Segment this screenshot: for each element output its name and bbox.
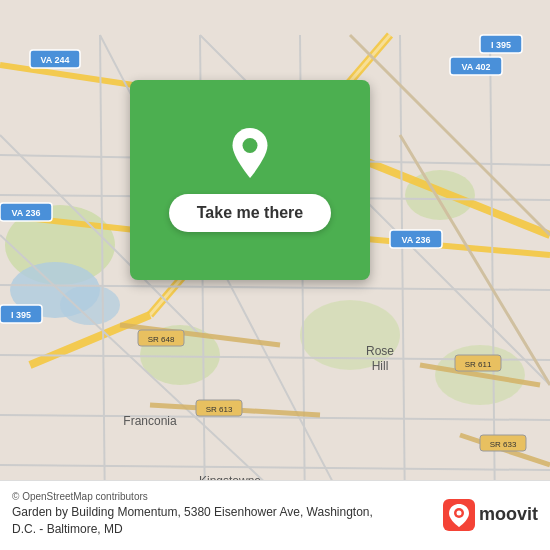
svg-text:I 395: I 395 <box>491 40 511 50</box>
moovit-brand-name: moovit <box>479 504 538 525</box>
svg-text:VA 402: VA 402 <box>461 62 490 72</box>
svg-point-67 <box>456 510 461 515</box>
location-address: Garden by Building Momentum, 5380 Eisenh… <box>12 504 392 538</box>
svg-text:VA 236: VA 236 <box>11 208 40 218</box>
take-me-there-button[interactable]: Take me there <box>169 194 331 232</box>
svg-text:I 395: I 395 <box>11 310 31 320</box>
navigation-popup: Take me there <box>130 80 370 280</box>
svg-text:Rose: Rose <box>366 344 394 358</box>
footer-bar: © OpenStreetMap contributors Garden by B… <box>0 480 550 550</box>
svg-text:VA 236: VA 236 <box>401 235 430 245</box>
location-pin-icon <box>225 128 275 178</box>
map-container: VA 244 VA 402 I 395 I 395 I 395 I 395 VA… <box>0 0 550 550</box>
svg-text:SR 613: SR 613 <box>206 405 233 414</box>
osm-attribution: © OpenStreetMap contributors <box>12 491 392 502</box>
footer-info: © OpenStreetMap contributors Garden by B… <box>12 491 392 538</box>
svg-point-64 <box>243 138 258 153</box>
svg-text:VA 244: VA 244 <box>40 55 69 65</box>
svg-text:SR 633: SR 633 <box>490 440 517 449</box>
svg-text:Hill: Hill <box>372 359 389 373</box>
svg-text:SR 611: SR 611 <box>465 360 492 369</box>
moovit-brand: moovit <box>443 499 538 531</box>
moovit-logo-icon <box>443 499 475 531</box>
svg-text:Franconia: Franconia <box>123 414 177 428</box>
svg-text:SR 648: SR 648 <box>148 335 175 344</box>
